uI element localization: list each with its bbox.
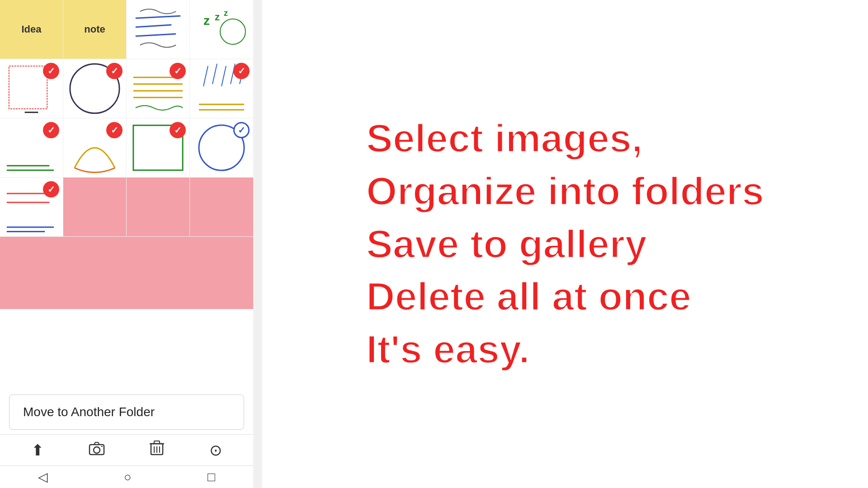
check-badge-8: ✓ bbox=[233, 122, 250, 138]
label-note: note bbox=[63, 0, 127, 59]
yellow-lines-cell[interactable]: ✓ bbox=[127, 59, 190, 118]
green-underline-cell[interactable]: ✓ bbox=[0, 118, 63, 177]
check-badge-2: ✓ bbox=[106, 63, 123, 79]
zzz-sketch: z z z bbox=[190, 0, 253, 59]
toolbar: ⬆ bbox=[0, 434, 253, 465]
grid-row-2: ✓ ✓ ✓ bbox=[0, 118, 253, 178]
feature-line-4: Delete all at once bbox=[366, 275, 764, 319]
blue-lines-sketch bbox=[127, 0, 189, 59]
svg-rect-34 bbox=[154, 441, 160, 444]
label-idea: Idea bbox=[0, 0, 63, 59]
thumbnail-grid: Idea note z bbox=[0, 0, 253, 309]
yellow-arch-cell[interactable]: ✓ bbox=[63, 118, 127, 177]
blue-oval-cell[interactable]: ✓ bbox=[63, 59, 127, 118]
blue-rain-cell[interactable]: ✓ bbox=[190, 59, 253, 118]
nav-bar: ◁ ○ □ bbox=[0, 465, 253, 488]
check-icon[interactable]: ⊙ bbox=[209, 441, 222, 459]
selected-cell-2 bbox=[127, 178, 190, 236]
svg-line-15 bbox=[212, 64, 217, 84]
camera-icon[interactable] bbox=[89, 441, 105, 459]
blue-circle-cell[interactable]: ✓ bbox=[190, 118, 253, 177]
svg-line-1 bbox=[136, 25, 171, 27]
check-badge-6: ✓ bbox=[106, 122, 123, 138]
pink-fill-area bbox=[0, 237, 253, 309]
svg-point-30 bbox=[94, 447, 100, 453]
svg-line-16 bbox=[222, 66, 226, 86]
feature-text-block: Select images, Organize into folders Sav… bbox=[366, 117, 764, 371]
idea-label: Idea bbox=[21, 23, 41, 35]
selected-cell-3 bbox=[190, 178, 253, 236]
feature-line-3: Save to gallery bbox=[366, 222, 764, 266]
check-badge-3: ✓ bbox=[170, 63, 186, 79]
share-icon[interactable]: ⬆ bbox=[31, 441, 44, 459]
back-nav-icon[interactable]: ◁ bbox=[38, 469, 48, 484]
grid-row-3: ✓ bbox=[0, 178, 253, 237]
svg-line-14 bbox=[203, 66, 208, 86]
sketch-blue-lines-cell bbox=[127, 0, 190, 59]
grid-row-0: Idea note z bbox=[0, 0, 253, 59]
check-badge-5: ✓ bbox=[43, 122, 59, 138]
selected-cell-1 bbox=[63, 178, 127, 236]
red-rect-cell[interactable]: ✓ bbox=[0, 59, 63, 118]
feature-line-1: Select images, bbox=[366, 117, 764, 160]
check-badge-9: ✓ bbox=[43, 181, 59, 197]
svg-text:z: z bbox=[215, 11, 220, 23]
svg-point-6 bbox=[220, 19, 245, 44]
feature-line-5: It's easy. bbox=[366, 328, 764, 371]
phone-screen: Idea note z bbox=[0, 0, 253, 488]
svg-line-2 bbox=[136, 34, 176, 36]
feature-area: Select images, Organize into folders Sav… bbox=[262, 0, 868, 488]
feature-line-2: Organize into folders bbox=[366, 169, 764, 213]
phone-mockup: Idea note z bbox=[0, 0, 262, 488]
red-underline-cell[interactable]: ✓ bbox=[0, 178, 63, 236]
move-folder-button[interactable]: Move to Another Folder bbox=[9, 394, 244, 430]
check-badge-7: ✓ bbox=[170, 122, 186, 138]
note-label: note bbox=[84, 23, 105, 35]
grid-row-1: ✓ ✓ ✓ bbox=[0, 59, 253, 118]
svg-line-0 bbox=[136, 16, 180, 18]
sketch-zzz-cell: z z z bbox=[190, 0, 253, 59]
delete-icon[interactable] bbox=[149, 440, 165, 460]
svg-text:z: z bbox=[203, 14, 210, 28]
green-rect-cell[interactable]: ✓ bbox=[127, 118, 190, 177]
check-badge-4: ✓ bbox=[233, 63, 250, 79]
home-nav-icon[interactable]: ○ bbox=[124, 470, 132, 484]
svg-text:z: z bbox=[224, 9, 228, 18]
check-badge-1: ✓ bbox=[43, 63, 59, 79]
svg-rect-7 bbox=[9, 66, 47, 108]
recents-nav-icon[interactable]: □ bbox=[208, 470, 215, 484]
bottom-panel: Move to Another Folder ⬆ bbox=[0, 390, 253, 465]
